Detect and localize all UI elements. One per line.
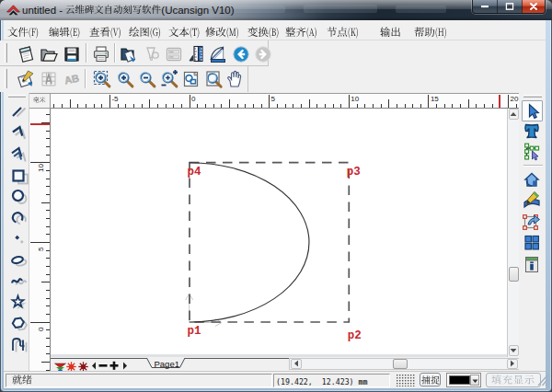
grid-icon <box>397 375 416 386</box>
toolbar-grip[interactable] <box>5 69 7 88</box>
snap-button[interactable] <box>420 373 441 387</box>
tool-draw-design-button[interactable] <box>522 190 543 211</box>
zoom-selection-button[interactable] <box>92 69 113 90</box>
line-icon <box>8 101 29 121</box>
tag-disabled-button[interactable] <box>142 44 163 65</box>
print-icon <box>91 44 111 64</box>
status-bar: (19.422, 12.423) mm <box>4 371 546 388</box>
vertical-scroll-thumb[interactable] <box>509 267 519 282</box>
tool-export-shape-button[interactable] <box>522 211 543 232</box>
application-window: untitled - (Ucansign V10) AB -505101520 … <box>0 0 552 392</box>
horizontal-scrollbar[interactable] <box>289 358 519 370</box>
menu-bar <box>4 20 546 40</box>
zoom-plus-minus-button[interactable] <box>159 69 180 90</box>
back-button[interactable] <box>231 44 252 65</box>
zoom-in-button[interactable] <box>115 69 136 90</box>
grid-text-disabled-icon <box>39 69 59 89</box>
prev-page-button[interactable] <box>90 359 98 371</box>
protractor-button[interactable] <box>208 44 229 65</box>
save-icon <box>62 44 82 64</box>
tool-rectangle-button[interactable] <box>8 165 29 186</box>
scroll-up-button[interactable] <box>509 109 519 120</box>
tool-wave-button[interactable] <box>8 271 29 293</box>
grid-text-disabled-button[interactable] <box>39 69 60 90</box>
tool-flat-ellipse-button[interactable] <box>8 250 29 271</box>
tool-ellipse-button[interactable] <box>8 186 29 207</box>
tool-select-button[interactable] <box>522 100 543 121</box>
new-button[interactable] <box>17 44 38 65</box>
tool-grid-frame-button[interactable] <box>8 335 29 356</box>
half-ellipse-arc[interactable] <box>190 162 309 321</box>
property-pen-icon <box>16 69 36 89</box>
zoom-objects-button[interactable] <box>181 69 202 90</box>
tool-align-grid-button[interactable] <box>522 232 543 253</box>
zoom-plus-minus-icon <box>159 69 179 89</box>
fill-display-button[interactable] <box>486 373 541 387</box>
tool-home-button[interactable] <box>522 169 543 190</box>
menu-item-label <box>168 27 200 39</box>
pan-hand-button[interactable] <box>224 69 246 90</box>
canvas-viewport[interactable]: p1p2p3p4 <box>51 109 508 357</box>
dashed-square[interactable] <box>190 162 349 321</box>
pan-hand-icon <box>224 69 245 89</box>
next-page-button[interactable] <box>121 359 129 371</box>
tool-point-button[interactable] <box>8 229 29 250</box>
app-logo-icon[interactable] <box>6 4 20 17</box>
toolbox-grip[interactable] <box>523 95 542 98</box>
remove-page-button[interactable] <box>98 359 109 371</box>
pen-color-dropdown[interactable] <box>446 373 481 387</box>
tool-arc-button[interactable] <box>8 208 29 229</box>
print-button[interactable] <box>91 44 112 65</box>
text-art-disabled-button[interactable]: AB <box>62 69 83 90</box>
tool-multi-polyline-button[interactable] <box>8 144 29 165</box>
vertical-ruler[interactable]: 1050 <box>29 109 51 371</box>
menu-item-label <box>129 27 161 39</box>
tool-object-info-button[interactable] <box>522 254 543 275</box>
multi-polyline-icon <box>8 144 29 164</box>
zoom-out-button[interactable] <box>137 69 158 90</box>
window-controls <box>472 0 546 14</box>
open-button[interactable] <box>39 44 60 65</box>
import-template-button[interactable] <box>119 44 140 65</box>
menu-item-label <box>285 27 317 39</box>
ruler-button[interactable] <box>186 44 207 65</box>
tool-polygon-button[interactable] <box>8 314 29 335</box>
minimize-button[interactable] <box>473 0 497 13</box>
minimize-icon <box>481 6 489 8</box>
scroll-down-button[interactable] <box>509 345 519 356</box>
scroll-left-button[interactable] <box>291 359 302 369</box>
maximize-button[interactable] <box>497 0 521 13</box>
close-button[interactable] <box>522 0 545 13</box>
save-button[interactable] <box>62 44 83 65</box>
horizontal-scroll-thumb[interactable] <box>393 359 408 369</box>
toolbar-grip[interactable] <box>5 43 7 63</box>
polygon-icon <box>8 314 29 334</box>
zoom-page-icon <box>203 69 224 89</box>
tool-text-button[interactable] <box>522 121 543 143</box>
toolbox-grip[interactable] <box>8 95 26 98</box>
point-label-p1: p1 <box>188 327 201 337</box>
horizontal-ruler[interactable]: -505101520 <box>51 93 520 109</box>
tool-star-button[interactable] <box>8 293 29 314</box>
tool-polyline-button[interactable] <box>8 122 29 144</box>
spec-panel-disabled-button[interactable] <box>164 44 185 65</box>
page-tab-label[interactable]: Page1 <box>155 359 179 369</box>
zoom-page-button[interactable] <box>203 69 224 90</box>
zoom-out-icon <box>137 69 157 89</box>
resize-grip[interactable] <box>537 375 548 386</box>
forward-button[interactable] <box>253 44 274 65</box>
grid-toggle-button[interactable] <box>397 374 416 387</box>
zoom-in-icon <box>115 69 135 89</box>
add-page-button[interactable] <box>109 359 120 371</box>
chevron-down-icon <box>472 379 478 384</box>
scroll-down-icon <box>511 349 517 352</box>
render-sun-dark-button[interactable] <box>77 360 91 371</box>
property-pen-button[interactable] <box>16 69 37 90</box>
scroll-right-button[interactable] <box>507 359 518 369</box>
tool-node-edit-button[interactable] <box>522 142 543 163</box>
import-template-icon <box>119 44 139 64</box>
dropdown-arrow-button[interactable] <box>470 375 479 386</box>
vertical-scrollbar[interactable] <box>507 109 519 357</box>
hruler-label: 10 <box>351 95 359 103</box>
tool-line-button[interactable] <box>8 101 29 122</box>
